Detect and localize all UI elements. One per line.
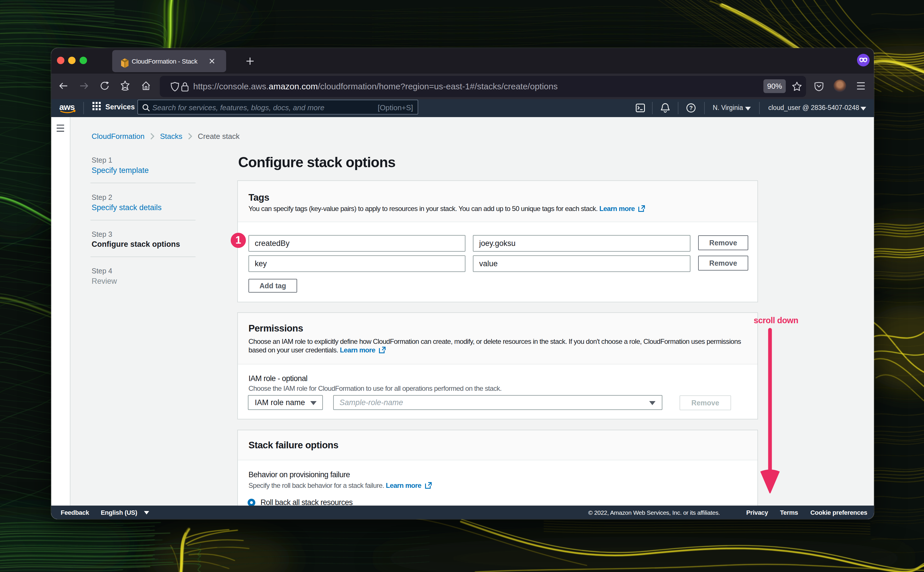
svg-text:?: ?	[689, 105, 693, 111]
svg-text:aws: aws	[59, 103, 75, 112]
